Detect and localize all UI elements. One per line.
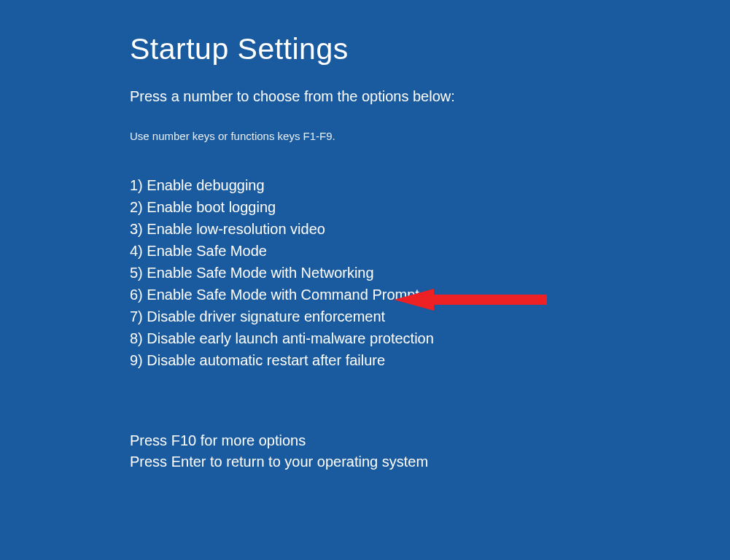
options-list: 1) Enable debugging 2) Enable boot loggi… xyxy=(130,174,730,371)
option-7-driver-signature[interactable]: 7) Disable driver signature enforcement xyxy=(130,306,730,327)
option-3-low-res-video[interactable]: 3) Enable low-resolution video xyxy=(130,218,730,240)
page-title: Startup Settings xyxy=(130,32,730,66)
hint-text: Use number keys or functions keys F1-F9. xyxy=(130,130,730,142)
return-text: Press Enter to return to your operating … xyxy=(130,451,428,472)
startup-settings-screen: Startup Settings Press a number to choos… xyxy=(0,0,730,371)
option-9-auto-restart[interactable]: 9) Disable automatic restart after failu… xyxy=(130,349,730,371)
option-1-debugging[interactable]: 1) Enable debugging xyxy=(130,174,730,196)
option-5-safe-mode-networking[interactable]: 5) Enable Safe Mode with Networking xyxy=(130,262,730,284)
footer-instructions: Press F10 for more options Press Enter t… xyxy=(130,430,428,472)
more-options-text: Press F10 for more options xyxy=(130,430,428,451)
option-8-anti-malware[interactable]: 8) Disable early launch anti-malware pro… xyxy=(130,327,730,349)
option-4-safe-mode[interactable]: 4) Enable Safe Mode xyxy=(130,240,730,262)
instruction-text: Press a number to choose from the option… xyxy=(130,88,730,105)
option-2-boot-logging[interactable]: 2) Enable boot logging xyxy=(130,196,730,218)
option-6-safe-mode-cmd[interactable]: 6) Enable Safe Mode with Command Prompt xyxy=(130,284,730,306)
